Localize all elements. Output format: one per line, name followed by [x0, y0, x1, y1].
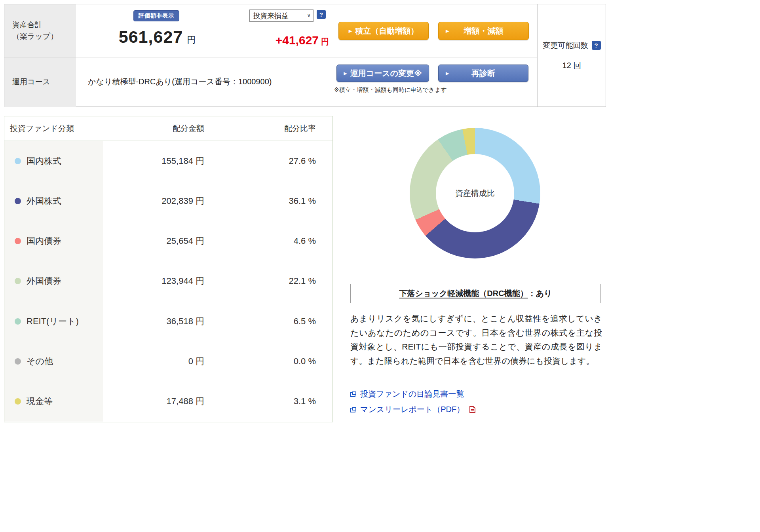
increase-decrease-button-label: 増額・減額	[464, 26, 504, 36]
hide-valuation-button[interactable]: 評価額非表示	[133, 10, 179, 21]
allocation-amount: 36,518 円	[103, 301, 226, 341]
tsumitate-button[interactable]: ▶ 積立（自動増額）	[338, 22, 429, 40]
allocation-ratio: 0.0 %	[226, 341, 332, 381]
profit-amount-unit: 円	[321, 37, 329, 46]
header-allocation-ratio: 配分比率	[226, 123, 332, 134]
drc-feature-box: 下落ショック軽減機能（DRC機能）：あり	[350, 284, 601, 303]
asset-composition-chart: 資産構成比	[410, 128, 540, 258]
table-row: 現金等 17,488 円 3.1 %	[4, 382, 332, 422]
change-course-button[interactable]: ▶ 運用コースの変更※	[336, 65, 429, 82]
monthly-report-link[interactable]: マンスリーレポート（PDF）	[360, 404, 464, 415]
donut-center-label: 資産構成比	[436, 154, 514, 232]
legend-dot	[15, 278, 21, 284]
profit-since-investment: +41,627円	[226, 34, 329, 47]
course-change-note: ※積立・増額・減額も同時に申込できます	[334, 86, 447, 94]
legend-dot	[15, 238, 21, 244]
fund-category-label: 外国株式	[27, 195, 61, 207]
legend-dot	[15, 358, 21, 365]
account-summary-panel: 資産合計 （楽ラップ） 運用コース 評価額非表示 561,627円 投資来損益 …	[4, 4, 606, 107]
allocation-ratio: 4.6 %	[226, 221, 332, 261]
external-link-icon	[350, 407, 357, 412]
fund-category-label: 外国債券	[27, 275, 61, 287]
profit-amount-value: +41,627	[276, 34, 319, 47]
table-row: 国内株式 155,184 円 27.6 %	[4, 141, 332, 181]
course-row-label: 運用コース	[4, 57, 76, 107]
pdf-icon	[469, 406, 475, 413]
profit-period-select-wrap: 投資来損益	[249, 10, 314, 22]
fund-category-label: 現金等	[27, 395, 53, 407]
allocation-ratio: 3.1 %	[226, 382, 332, 422]
header-fund-category: 投資ファンド分類	[4, 123, 103, 134]
allocation-amount: 25,654 円	[103, 221, 226, 261]
legend-dot	[15, 198, 21, 204]
arrow-icon: ▶	[344, 71, 347, 76]
arrow-icon: ▶	[446, 29, 449, 33]
arrow-icon: ▶	[349, 29, 352, 33]
tsumitate-button-label: 積立（自動増額）	[355, 26, 418, 36]
table-row: 国内債券 25,654 円 4.6 %	[4, 221, 332, 261]
allocation-amount: 123,944 円	[103, 261, 226, 301]
allocation-amount: 0 円	[103, 341, 226, 381]
fund-category-label: REIT(リート)	[27, 315, 79, 327]
external-link-icon	[350, 391, 357, 397]
allocation-amount: 202,839 円	[103, 181, 226, 221]
increase-decrease-button[interactable]: ▶ 増額・減額	[438, 22, 529, 40]
allocation-ratio: 6.5 %	[226, 301, 332, 341]
allocation-ratio: 36.1 %	[226, 181, 332, 221]
rediagnosis-button[interactable]: ▶ 再診断	[438, 65, 528, 82]
allocation-ratio: 27.6 %	[226, 141, 332, 181]
legend-dot	[15, 398, 21, 405]
allocation-amount: 17,488 円	[103, 382, 226, 422]
table-row: REIT(リート) 36,518 円 6.5 %	[4, 301, 332, 341]
arrow-icon: ▶	[446, 71, 449, 76]
fund-category-label: 国内株式	[27, 155, 61, 167]
allocation-table-body: 国内株式 155,184 円 27.6 % 外国株式 202,839 円 36.…	[4, 141, 332, 422]
fund-category-label: その他	[27, 355, 53, 367]
prospectus-link[interactable]: 投資ファンドの目論見書一覧	[360, 389, 464, 399]
change-course-button-label: 運用コースの変更※	[350, 68, 422, 79]
profit-period-select[interactable]: 投資来損益	[249, 10, 314, 22]
total-amount-unit: 円	[187, 35, 196, 45]
fund-category-label: 国内債券	[27, 235, 61, 247]
total-asset-amount: 561,627円	[76, 27, 238, 47]
allocation-ratio: 22.1 %	[226, 261, 332, 301]
allocation-amount: 155,184 円	[103, 141, 226, 181]
document-links: 投資ファンドの目論見書一覧 マンスリーレポート（PDF）	[350, 389, 475, 415]
drc-status: ：あり	[528, 288, 552, 299]
header-allocation-amount: 配分金額	[103, 123, 226, 134]
allocation-table: 投資ファンド分類 配分金額 配分比率 国内株式 155,184 円 27.6 %…	[4, 116, 333, 422]
change-limit-label: 変更可能回数	[543, 40, 588, 51]
legend-dot	[15, 318, 21, 325]
drc-title: 下落ショック軽減機能（DRC機能）	[399, 288, 528, 299]
table-row: その他 0 円 0.0 %	[4, 341, 332, 381]
rediagnosis-button-label: 再診断	[471, 68, 495, 79]
change-limit-help-icon[interactable]: ?	[592, 41, 601, 50]
profit-help-icon[interactable]: ?	[317, 10, 326, 19]
asset-total-label: 資産合計 （楽ラップ）	[4, 4, 76, 57]
change-limit-value: 12 回	[562, 60, 581, 71]
table-row: 外国債券 123,944 円 22.1 %	[4, 261, 332, 301]
allocation-table-header: 投資ファンド分類 配分金額 配分比率	[4, 116, 332, 141]
change-limit-cell: 変更可能回数 ? 12 回	[538, 4, 606, 106]
table-row: 外国株式 202,839 円 36.1 %	[4, 181, 332, 221]
legend-dot	[15, 158, 21, 164]
course-value: かなり積極型-DRCあり(運用コース番号：1000900)	[88, 57, 272, 106]
course-description: あまりリスクを気にしすぎずに、とことん収益性を追求していきたいあなたのためのコー…	[350, 312, 602, 368]
total-amount-value: 561,627	[119, 27, 183, 46]
